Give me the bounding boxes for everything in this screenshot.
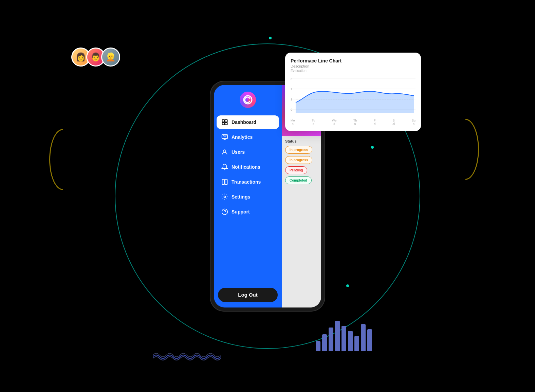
status-title: Status	[285, 139, 318, 143]
sidebar-item-dashboard[interactable]: Dashboard	[217, 115, 279, 129]
teal-dot	[371, 146, 374, 149]
svg-text:3: 3	[291, 77, 292, 81]
logout-label: Log Out	[238, 292, 257, 298]
avatars-group: 👩 👨 👱	[71, 48, 120, 67]
bar-item	[335, 321, 340, 351]
sidebar-item-label: Support	[232, 209, 250, 214]
sidebar: Dashboard Analytics	[214, 85, 282, 307]
chart-subtitle: Description	[291, 64, 416, 68]
chart-day: Wed	[332, 119, 336, 126]
bar-item	[342, 326, 346, 351]
sidebar-item-label: Transactions	[232, 179, 261, 185]
dashboard-icon	[221, 119, 228, 126]
transactions-icon	[221, 179, 228, 185]
sidebar-item-settings[interactable]: Settings	[217, 190, 279, 204]
avatar: 👱	[101, 48, 120, 67]
chart-title: Performace Line Chart	[291, 58, 416, 63]
chart-day: Tue	[312, 119, 315, 126]
logout-button[interactable]: Log Out	[218, 288, 278, 302]
sidebar-item-label: Notifications	[232, 164, 260, 170]
svg-rect-2	[225, 119, 227, 122]
users-icon	[221, 149, 228, 155]
bar-item	[367, 329, 372, 351]
status-badge-inprogress-2: in progress	[285, 156, 312, 164]
sidebar-item-label: Analytics	[232, 134, 253, 140]
app-logo	[240, 92, 256, 108]
sidebar-item-notifications[interactable]: Notifications	[217, 160, 279, 174]
teal-dot	[269, 37, 272, 39]
performance-chart-card: Performace Line Chart Description Evalua…	[285, 53, 421, 131]
status-section: Status In progress in progress Pending C…	[282, 136, 321, 307]
bar-item	[316, 341, 320, 351]
chart-day: Thu	[353, 119, 357, 126]
bar-item	[354, 336, 359, 351]
sidebar-item-label: Dashboard	[232, 119, 256, 125]
status-badge-inprogress-1: In progress	[285, 146, 312, 154]
chart-day: Mon	[291, 119, 295, 126]
settings-icon	[221, 193, 228, 200]
svg-text:1: 1	[291, 98, 292, 101]
wave-decoration	[153, 352, 221, 363]
status-badge-pending: Pending	[285, 166, 307, 174]
scene: 👩 👨 👱	[0, 0, 535, 392]
bar-item	[329, 328, 333, 351]
notifications-icon	[221, 164, 228, 170]
sidebar-item-analytics[interactable]: Analytics	[217, 130, 279, 144]
svg-rect-1	[222, 119, 225, 122]
bar-item	[348, 331, 353, 351]
line-chart-svg: 3 2 1 0	[291, 75, 416, 116]
sidebar-item-users[interactable]: Users	[217, 145, 279, 159]
svg-point-6	[224, 150, 226, 152]
sidebar-item-support[interactable]: Support	[217, 205, 279, 219]
chart-days: Mon Tue Wed Thu Fri Sal Sun	[291, 119, 416, 126]
analytics-icon	[221, 134, 228, 141]
svg-rect-8	[225, 179, 227, 184]
arc-right-decoration	[452, 119, 479, 180]
svg-rect-4	[225, 122, 227, 125]
sidebar-item-transactions[interactable]: Transactions	[217, 175, 279, 189]
svg-rect-3	[222, 122, 225, 125]
arc-left-decoration	[49, 129, 76, 190]
chart-day: Sun	[412, 119, 416, 126]
svg-rect-7	[222, 179, 225, 184]
svg-text:0: 0	[291, 108, 292, 111]
bar-item	[322, 334, 327, 351]
svg-text:2: 2	[291, 88, 292, 91]
teal-dot	[346, 284, 349, 287]
sidebar-item-label: Settings	[232, 194, 250, 200]
bar-chart-decoration	[316, 317, 372, 351]
chart-label: Evaluation	[291, 69, 416, 73]
status-badge-completed: Completed	[285, 176, 312, 184]
bar-item	[361, 324, 366, 351]
svg-point-9	[224, 196, 226, 198]
support-icon	[221, 208, 228, 215]
chart-day: Sal	[392, 119, 395, 126]
chart-day: Fri	[374, 119, 376, 126]
sidebar-item-label: Users	[232, 149, 245, 155]
